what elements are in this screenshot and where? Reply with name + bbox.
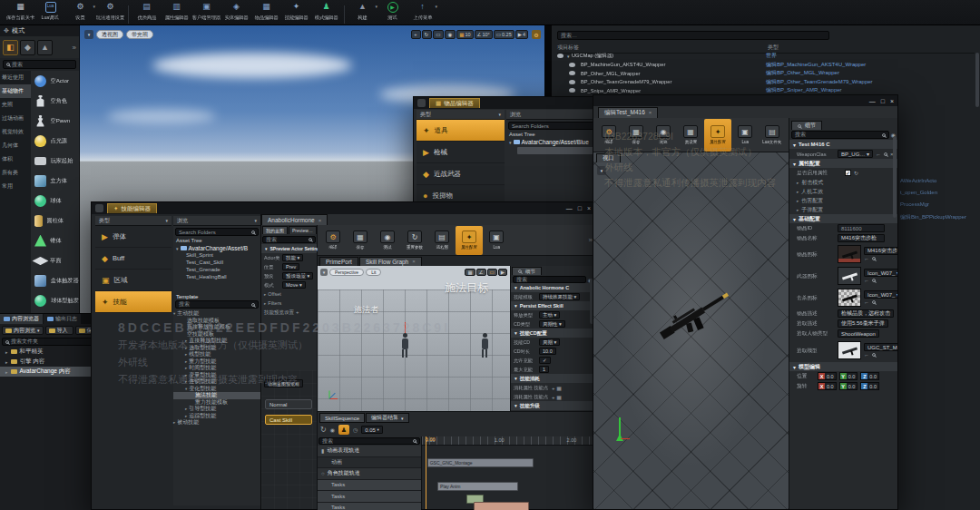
weapon-toolbar-button[interactable]: ⚙ 编译 xyxy=(595,119,622,152)
outliner-type-link[interactable]: t_open_Golden xyxy=(900,190,966,195)
skill-asset[interactable]: Skill_Sprint xyxy=(173,252,260,260)
weapon-doc-tab[interactable]: 编辑Test_M416× xyxy=(598,107,658,118)
dropdown-value[interactable]: 预设场景 ▾ xyxy=(282,272,313,280)
modes-category[interactable]: 最近使用 xyxy=(0,71,31,84)
add-remove-icons[interactable]: + ▦ xyxy=(552,394,562,400)
details-search-input[interactable]: 搜索 xyxy=(513,276,586,283)
view-mode-selector[interactable]: 带光照 xyxy=(126,30,153,39)
template-node[interactable]: ▸引导型技能 xyxy=(173,406,260,413)
weapon-class-dropdown[interactable]: BP_UG… ▾ xyxy=(838,150,873,158)
blueprint-toolbar-button[interactable]: ◉ 测试 xyxy=(374,226,401,255)
placeable-item[interactable]: 圆柱体 xyxy=(31,211,79,230)
z-field[interactable]: Z0.0 xyxy=(860,372,879,380)
close-icon[interactable]: × xyxy=(587,205,591,211)
model-thumbnail[interactable] xyxy=(838,341,861,359)
modes-category[interactable]: 过场动画 xyxy=(0,112,31,125)
snap-toggle[interactable]: ▭ xyxy=(433,30,444,39)
toolbar-button[interactable]: ⚙ ▾ 设置 xyxy=(65,0,95,25)
viewport-options-caret[interactable]: ▾ xyxy=(320,269,328,276)
snap-toggle[interactable]: ▭ xyxy=(487,269,497,276)
enable-attr-checkbox[interactable]: ✓ xyxy=(845,170,851,176)
value-field[interactable]: 1 xyxy=(539,366,549,373)
close-icon[interactable]: × xyxy=(649,110,652,115)
sequencer-track[interactable]: 动画 xyxy=(318,457,421,469)
skill-asset[interactable]: Test_Cast_Skill xyxy=(173,260,260,267)
browse-icon[interactable] xyxy=(884,152,887,156)
snap-toggle[interactable]: ▶4 xyxy=(515,30,528,39)
weapon-toolbar-button[interactable]: ▦ 类设置 xyxy=(677,119,704,152)
collapsed-section[interactable]: ▸Offset xyxy=(261,289,317,299)
visibility-eye-icon[interactable] xyxy=(569,88,575,93)
sequencer-track[interactable]: Tasks xyxy=(318,480,421,492)
item-editor-tab[interactable]: ▦物品编辑器 xyxy=(429,98,480,108)
outliner-row[interactable]: BP_Other_TeamGrenadeM79_Wrapper 编辑BP_Oth… xyxy=(554,78,978,87)
folder-row[interactable]: ▸ 引擎 内容 xyxy=(0,357,98,367)
x-field[interactable]: X0.0 xyxy=(818,382,837,390)
refresh-icon[interactable]: ↻ xyxy=(320,426,327,434)
details-tab[interactable]: 细节 xyxy=(512,267,542,275)
dropdown-value[interactable]: 持续效果技能 ▾ xyxy=(539,293,580,300)
maximize-icon[interactable]: □ xyxy=(881,98,885,104)
modes-search-input[interactable]: 搜索 xyxy=(3,60,76,69)
back-arrow-icon[interactable]: ← xyxy=(864,299,869,305)
snap-toggle[interactable]: ↻ xyxy=(422,30,433,39)
asset-dropdown[interactable]: Icon_W07_ ▾ xyxy=(864,290,897,299)
add-remove-icons[interactable]: + ▦ xyxy=(552,385,562,391)
maximize-icon[interactable]: □ xyxy=(578,205,582,211)
browse-icon[interactable] xyxy=(872,257,876,260)
skill-category[interactable]: ▣ 区域 xyxy=(95,270,172,291)
editor-result-tab[interactable]: 编辑器结算▾ xyxy=(366,413,409,423)
toolbar-button[interactable]: ✦ 技能编辑器 xyxy=(281,0,311,25)
collapsed-section[interactable]: ▸Filters xyxy=(261,299,317,308)
modes-category[interactable]: 常用 xyxy=(0,180,31,193)
asset-thumbnail[interactable] xyxy=(838,267,861,285)
chevron-more-icon[interactable]: » xyxy=(73,44,76,52)
blueprint-toolbar-button[interactable]: ⚙ 编译 xyxy=(319,226,347,255)
collapsed-section[interactable]: ▸射击模式 xyxy=(789,178,897,187)
back-arrow-icon[interactable]: ← xyxy=(876,152,881,157)
track-search-input[interactable]: 搜索 xyxy=(318,437,420,445)
eye-filter-icon[interactable]: ◉ xyxy=(330,427,335,433)
toolbar-button[interactable]: ↑ ▾ 上传菜单 xyxy=(407,0,437,25)
template-node[interactable]: ▸选取型技能 xyxy=(173,345,260,352)
outliner-type-link[interactable]: 编辑BP_Sniper_AMR_Wrapper xyxy=(766,86,842,94)
template-node[interactable]: ▾变化型技能 xyxy=(173,386,260,393)
weapon-viewport-tab[interactable]: 视口 xyxy=(596,153,621,162)
dropdown-value[interactable]: Move ▾ xyxy=(282,281,306,289)
minimize-icon[interactable]: — xyxy=(566,205,573,211)
placeable-item[interactable]: 平面 xyxy=(31,250,79,270)
template-node[interactable]: ▸时间型技能 xyxy=(173,365,260,372)
placeable-item[interactable]: 盒体触发器 xyxy=(31,270,79,290)
toolbar-button[interactable]: ▤ 优质商品 xyxy=(132,0,162,25)
dropdown-value[interactable]: 主动 ▾ xyxy=(539,311,560,319)
y-field[interactable]: Y0.0 xyxy=(839,382,858,390)
outliner-type-link[interactable]: 编辑BP_Other_MGL_Wrapper xyxy=(766,69,839,77)
blueprint-toolbar-button[interactable]: ▣ Lua xyxy=(483,226,510,255)
asset-dropdown[interactable]: M416突击步 ▾ xyxy=(864,247,897,255)
back-arrow-icon[interactable]: ← xyxy=(864,352,869,358)
value-field[interactable]: 10.0 xyxy=(539,348,556,355)
toolbar-button[interactable]: ♟ 模式编辑器 xyxy=(311,0,341,25)
blueprint-toolbar-button[interactable]: ▦ 保存 xyxy=(347,226,374,255)
placeable-item[interactable]: 球体 xyxy=(31,191,79,211)
template-node[interactable]: ▸被动技能 xyxy=(173,419,260,427)
folder-row[interactable]: ▸ 和平精英 xyxy=(0,347,98,357)
minimize-icon[interactable]: — xyxy=(869,98,876,104)
clock-icon[interactable]: ◷ xyxy=(353,427,358,433)
toolbar-button[interactable]: ⚙ 玩法通用设置 xyxy=(95,0,125,25)
viewport-settings-icon[interactable]: ⚙ xyxy=(532,30,541,39)
character-track-icon[interactable]: ♟ xyxy=(338,425,349,435)
sequencer-track[interactable]: ○ 角色技能轨道 xyxy=(318,468,421,480)
pickup-type-field[interactable]: ShootWeapon xyxy=(838,329,879,338)
anim-blueprint-preview-button[interactable]: 动画蓝图预览框 xyxy=(264,379,303,387)
modes-category[interactable]: 几何体 xyxy=(0,139,31,152)
timeline-clip[interactable] xyxy=(474,502,529,510)
item-category[interactable]: ✦ 道具 xyxy=(416,120,505,142)
item-id-field[interactable]: 8111600 xyxy=(838,224,885,232)
outliner-scrollbar[interactable] xyxy=(975,53,979,107)
asset-tree-root[interactable]: ▾ AvatarChange/Asset/B xyxy=(173,243,260,252)
content-search-input[interactable]: 搜索文件夹 xyxy=(2,338,96,346)
skill-category[interactable]: ✦ 技能 xyxy=(95,291,172,313)
dropdown-value[interactable]: 周期性 ▾ xyxy=(539,320,565,328)
template-node[interactable]: ▸重力型技能 xyxy=(173,358,260,366)
